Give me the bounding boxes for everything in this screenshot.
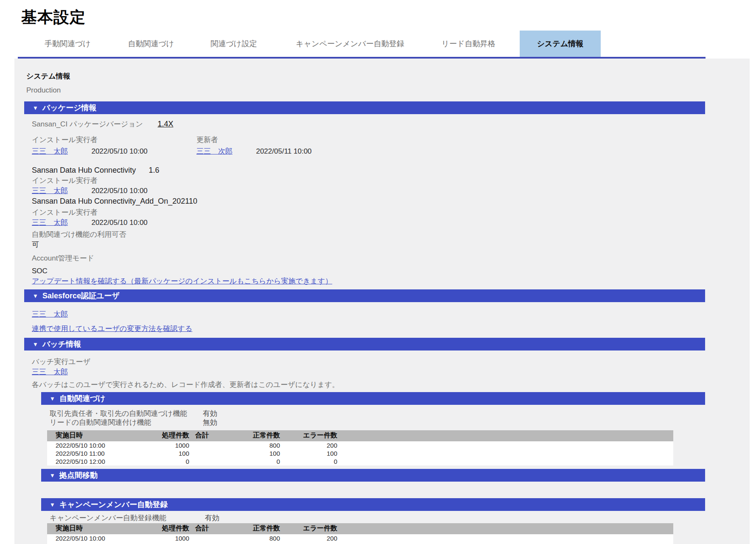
col-header-error: エラー件数 <box>280 523 337 534</box>
updater-label: 更新者 <box>196 135 218 145</box>
auto-link-run-table: 実施日時 処理件数 合計 正常件数 エラー件数 2022/05/10 10:00… <box>47 430 673 465</box>
cell-success: 0 <box>227 457 280 465</box>
section-header-auto-link-label: 自動関連づけ <box>59 394 106 403</box>
col-header-total: 合計 <box>189 430 227 441</box>
ci-installer-user-link[interactable]: 三三 太郎 <box>32 146 78 156</box>
section-header-auto-link[interactable]: ▼自動関連づけ <box>41 392 705 405</box>
cell-date: 2022/05/10 12:00 <box>47 457 140 465</box>
batch-exec-user-label: バッチ実行ユーザ <box>32 358 90 366</box>
cell-processed: 1000 <box>140 441 189 449</box>
col-header-success: 正常件数 <box>227 523 280 534</box>
tab-bar: 手動関連づけ 自動関連づけ 関連づけ設定 キャンペーンメンバー自動登録 リード自… <box>18 31 706 59</box>
section-header-campaign-register[interactable]: ▼キャンペーンメンバー自動登録 <box>41 498 705 511</box>
section-header-sf-auth-user[interactable]: ▼Salesforce認証ユーザ <box>24 289 705 302</box>
datahub-package-version: 1.6 <box>149 166 160 174</box>
sansan-ci-version-value[interactable]: 1.4X <box>157 120 173 128</box>
cell-date: 2022/05/10 10:00 <box>47 441 140 449</box>
tab-campaign-member-auto-register[interactable]: キャンペーンメンバー自動登録 <box>283 31 417 57</box>
section-header-base-move-label: 拠点間移動 <box>59 471 98 480</box>
cell-error: 200 <box>280 441 337 449</box>
col-header-success: 正常件数 <box>227 430 280 441</box>
autolink-feature2-label: リードの自動関連関連付け機能 <box>50 418 203 427</box>
section-header-package-info-label: パッケージ情報 <box>42 104 97 112</box>
table-row: 2022/05/10 12:00 0 0 0 <box>47 457 673 465</box>
cell-success: 100 <box>227 542 280 544</box>
collapse-triangle-icon: ▼ <box>33 290 38 303</box>
campaign-run-table: 実施日時 処理件数 合計 正常件数 エラー件数 2022/05/10 10:00… <box>47 523 673 544</box>
cell-date: 2022/05/10 11:00 <box>47 542 140 544</box>
col-header-processed: 処理件数 <box>140 430 189 441</box>
addon-installer-label: インストール実行者 <box>32 208 98 216</box>
account-mode-value: SOC <box>32 267 48 275</box>
autolink-availability-value: 可 <box>32 241 39 249</box>
environment-label: Production <box>26 86 750 95</box>
datahub-installer-label: インストール実行者 <box>32 177 98 185</box>
collapse-triangle-icon: ▼ <box>33 102 38 115</box>
sf-auth-user-link[interactable]: 三三 太郎 <box>32 310 68 318</box>
sansan-ci-version-label: Sansan_CI パッケージバージョン <box>32 120 143 128</box>
tab-manual-link[interactable]: 手動関連づけ <box>18 31 118 57</box>
cell-error: 0 <box>280 457 337 465</box>
collapse-triangle-icon: ▼ <box>50 499 55 511</box>
table-row: 2022/05/10 11:00 100 100 100 <box>47 542 673 544</box>
collapse-triangle-icon: ▼ <box>33 338 38 351</box>
collapse-triangle-icon: ▼ <box>50 393 55 405</box>
installer-label: インストール実行者 <box>32 135 196 145</box>
section-header-package-info[interactable]: ▼パッケージ情報 <box>24 101 705 114</box>
campaign-feature-label: キャンペーンメンバー自動登録機能 <box>50 513 205 522</box>
cell-success: 800 <box>227 441 280 449</box>
addon-installer-user-link[interactable]: 三三 太郎 <box>32 218 78 227</box>
section-header-batch-info-label: バッチ情報 <box>42 340 81 348</box>
table-header-row: 実施日時 処理件数 合計 正常件数 エラー件数 <box>47 430 673 441</box>
cell-processed: 100 <box>140 449 189 457</box>
cell-date: 2022/05/10 11:00 <box>47 449 140 457</box>
change-user-method-link[interactable]: 連携で使用しているユーザの変更方法を確認する <box>32 325 192 333</box>
addon-package-name: Sansan Data Hub Connectivity_Add_On_2021… <box>32 197 197 205</box>
ci-updater-date: 2022/05/11 10:00 <box>256 147 311 155</box>
cell-processed: 100 <box>140 542 189 544</box>
datahub-installer-date: 2022/05/10 10:00 <box>91 187 147 195</box>
system-info-heading: システム情報 <box>26 71 750 81</box>
tab-lead-auto-promotion[interactable]: リード自動昇格 <box>417 31 520 57</box>
section-header-sf-auth-user-label: Salesforce認証ユーザ <box>42 292 120 300</box>
page-title: 基本設定 <box>21 7 756 28</box>
col-header-error: エラー件数 <box>280 430 337 441</box>
batch-exec-user-link[interactable]: 三三 太郎 <box>32 368 68 376</box>
cell-success: 100 <box>227 449 280 457</box>
addon-installer-date: 2022/05/10 10:00 <box>91 219 147 227</box>
batch-note: 各バッチはこのユーザで実行されるため、レコード作成者、更新者はこのユーザになりま… <box>32 381 339 389</box>
tab-link-settings[interactable]: 関連づけ設定 <box>185 31 283 57</box>
datahub-installer-user-link[interactable]: 三三 太郎 <box>32 186 78 196</box>
tab-auto-link[interactable]: 自動関連づけ <box>118 31 185 57</box>
update-info-link[interactable]: アップデート情報を確認する（最新パッケージのインストールもこちらから実施できます… <box>32 277 332 285</box>
autolink-feature1-value: 有効 <box>203 409 217 418</box>
account-mode-label: Account管理モード <box>32 254 94 262</box>
tab-system-info[interactable]: システム情報 <box>520 31 601 57</box>
ci-updater-user-link[interactable]: 三三 次郎 <box>196 146 242 156</box>
cell-processed: 1000 <box>140 534 189 542</box>
autolink-availability-label: 自動関連づけ機能の利用可否 <box>32 230 126 238</box>
cell-error: 200 <box>280 534 337 542</box>
cell-success: 800 <box>227 534 280 542</box>
system-info-panel: システム情報 Production ▼パッケージ情報 Sansan_CI パッケ… <box>14 59 750 544</box>
table-header-row: 実施日時 処理件数 合計 正常件数 エラー件数 <box>47 523 673 534</box>
col-header-total: 合計 <box>189 523 227 534</box>
settings-page: 基本設定 手動関連づけ 自動関連づけ 関連づけ設定 キャンペーンメンバー自動登録… <box>0 0 756 544</box>
section-header-base-move[interactable]: ▼拠点間移動 <box>41 469 705 482</box>
autolink-feature2-value: 無効 <box>203 418 217 427</box>
col-header-date: 実施日時 <box>47 430 140 441</box>
ci-installer-date: 2022/05/10 10:00 <box>91 147 147 155</box>
datahub-package-name: Sansan Data Hub Connectivity <box>32 166 136 174</box>
campaign-feature-value: 有効 <box>205 513 219 522</box>
cell-date: 2022/05/10 10:00 <box>47 534 140 542</box>
table-row: 2022/05/10 10:00 1000 800 200 <box>47 534 673 542</box>
table-row: 2022/05/10 11:00 100 100 100 <box>47 449 673 457</box>
autolink-feature1-label: 取引先責任者・取引先の自動関連づけ機能 <box>50 409 203 418</box>
table-row: 2022/05/10 10:00 1000 800 200 <box>47 441 673 449</box>
col-header-processed: 処理件数 <box>140 523 189 534</box>
section-header-batch-info[interactable]: ▼バッチ情報 <box>24 338 705 351</box>
cell-processed: 0 <box>140 457 189 465</box>
collapse-triangle-icon: ▼ <box>50 469 55 482</box>
col-header-date: 実施日時 <box>47 523 140 534</box>
section-header-campaign-register-label: キャンペーンメンバー自動登録 <box>59 500 168 509</box>
